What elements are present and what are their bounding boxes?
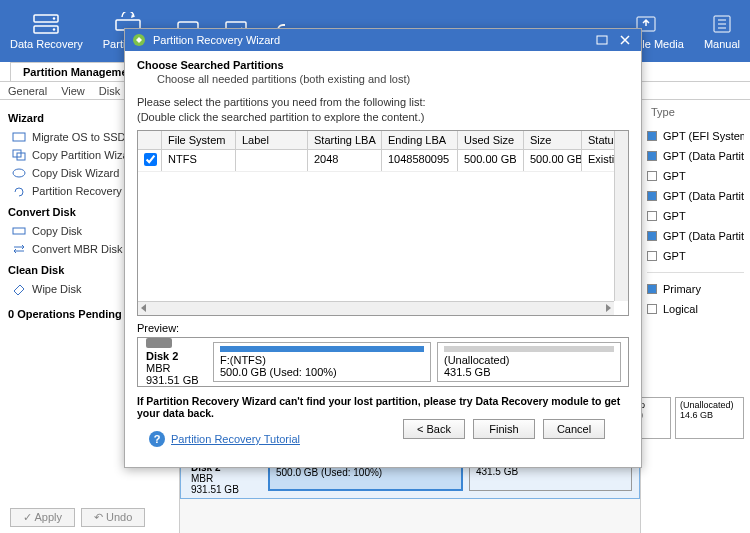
svg-point-2: [53, 17, 55, 19]
legend-swatch-icon: [647, 151, 657, 161]
type-item: GPT (Data Partition: [647, 146, 744, 166]
legend-swatch-icon: [647, 171, 657, 181]
maximize-button[interactable]: [592, 32, 612, 48]
preview-partition-2[interactable]: (Unallocated) 431.5 GB: [437, 342, 621, 382]
close-button[interactable]: [615, 32, 635, 48]
table-hscrollbar[interactable]: [138, 301, 614, 315]
info-icon: ?: [149, 431, 165, 447]
convert-icon: [12, 243, 26, 255]
type-item-label: GPT (Data Partition: [663, 150, 744, 162]
type-item: GPT (EFI System pa: [647, 126, 744, 146]
back-button[interactable]: < Back: [403, 419, 465, 439]
menu-general[interactable]: General: [8, 85, 47, 97]
dialog-title: Partition Recovery Wizard: [153, 34, 589, 46]
usage-bar-fill: [220, 346, 424, 352]
svg-rect-13: [13, 133, 25, 141]
disk-type: MBR: [191, 473, 265, 484]
cell-label: [236, 150, 308, 171]
undo-button[interactable]: ↶ Undo: [81, 508, 145, 527]
copy-partition-icon: [12, 149, 26, 161]
migrate-icon: [12, 131, 26, 143]
tutorial-link[interactable]: Partition Recovery Tutorial: [171, 433, 300, 445]
ribbon-data-recovery[interactable]: Data Recovery: [0, 0, 93, 62]
row-checkbox[interactable]: [144, 153, 157, 166]
apply-button[interactable]: ✓ Apply: [10, 508, 75, 527]
warning-text: If Partition Recovery Wizard can't find …: [137, 395, 629, 419]
menu-disk[interactable]: Disk: [99, 85, 120, 97]
maximize-icon: [596, 35, 608, 45]
col-ending-lba[interactable]: Ending LBA: [382, 131, 458, 149]
preview-part-title: F:(NTFS): [220, 354, 424, 366]
type-item: Primary: [647, 279, 744, 299]
type-item: Logical: [647, 299, 744, 319]
instruction-line: Please select the partitions you need fr…: [137, 95, 629, 109]
dialog-footer: ? Partition Recovery Tutorial < Back Fin…: [137, 419, 629, 459]
frag-title: (Unallocated): [680, 400, 739, 410]
partition-recovery-dialog: Partition Recovery Wizard Choose Searche…: [124, 28, 642, 468]
ribbon-label: Manual: [704, 38, 740, 50]
disk-icon: [146, 338, 172, 348]
cell-slba: 2048: [308, 150, 382, 171]
type-item: GPT: [647, 206, 744, 226]
type-item-label: GPT: [663, 210, 686, 222]
preview-box: Disk 2 MBR 931.51 GB F:(NTFS) 500.0 GB (…: [137, 337, 629, 387]
sidebar-item-label: Copy Disk Wizard: [32, 167, 119, 179]
dialog-instructions: Please select the partitions you need fr…: [137, 95, 629, 124]
finish-button[interactable]: Finish: [473, 419, 535, 439]
type-item: GPT (Data Partition: [647, 226, 744, 246]
svg-point-16: [13, 169, 25, 177]
wizard-icon: [131, 32, 147, 48]
tutorial-link-row: ? Partition Recovery Tutorial: [149, 431, 300, 447]
partitions-table: File System Label Starting LBA Ending LB…: [137, 130, 629, 316]
dialog-buttons: < Back Finish Cancel: [391, 419, 617, 449]
type-item-label: GPT (EFI System pa: [663, 130, 744, 142]
frag-sub: 14.6 GB: [680, 410, 739, 420]
dialog-heading: Choose Searched Partitions: [137, 59, 629, 71]
drive-stack-icon: [32, 12, 60, 36]
svg-rect-19: [597, 36, 607, 44]
preview-disk-type: MBR: [146, 362, 210, 374]
menu-view[interactable]: View: [61, 85, 85, 97]
book-icon: [708, 12, 736, 36]
disk-icon: [12, 225, 26, 237]
col-starting-lba[interactable]: Starting LBA: [308, 131, 382, 149]
legend-swatch-icon: [647, 284, 657, 294]
preview-partition-1[interactable]: F:(NTFS) 500.0 GB (Used: 100%): [213, 342, 431, 382]
btn-label: Undo: [106, 511, 132, 523]
preview-disk-size: 931.51 GB: [146, 374, 210, 386]
preview-disk-info: Disk 2 MBR 931.51 GB: [142, 338, 210, 386]
type-header: Type: [647, 106, 744, 118]
col-used-size[interactable]: Used Size: [458, 131, 524, 149]
type-item-label: GPT (Data Partition: [663, 230, 744, 242]
col-label[interactable]: Label: [236, 131, 308, 149]
table-header: File System Label Starting LBA Ending LB…: [138, 131, 628, 150]
type-item-label: Logical: [663, 303, 698, 315]
close-icon: [619, 35, 631, 45]
ribbon-manual[interactable]: Manual: [694, 0, 750, 62]
type-item: GPT: [647, 166, 744, 186]
table-row[interactable]: NTFS 2048 1048580095 500.00 GB 500.00 GB…: [138, 150, 628, 172]
cancel-button[interactable]: Cancel: [543, 419, 605, 439]
dialog-titlebar[interactable]: Partition Recovery Wizard: [125, 29, 641, 51]
table-vscrollbar[interactable]: [614, 131, 628, 301]
preview-disk-name: Disk 2: [146, 350, 210, 362]
type-item: GPT (Data Partition: [647, 186, 744, 206]
btn-label: Apply: [34, 511, 62, 523]
cell-elba: 1048580095: [382, 150, 458, 171]
legend-swatch-icon: [647, 131, 657, 141]
eraser-icon: [12, 283, 26, 295]
legend-swatch-icon: [647, 304, 657, 314]
col-filesystem[interactable]: File System: [162, 131, 236, 149]
partition-fragment: (Unallocated)14.6 GB: [675, 397, 744, 439]
svg-point-3: [53, 28, 55, 30]
preview-label: Preview:: [137, 322, 629, 334]
partition-sub: 500.0 GB (Used: 100%): [276, 467, 455, 478]
preview-part-title: (Unallocated): [444, 354, 614, 366]
sidebar-item-label: Copy Disk: [32, 225, 82, 237]
col-size[interactable]: Size: [524, 131, 582, 149]
sidebar-item-label: Wipe Disk: [32, 283, 82, 295]
disk-size: 931.51 GB: [191, 484, 265, 495]
cell-used: 500.00 GB: [458, 150, 524, 171]
legend-swatch-icon: [647, 251, 657, 261]
type-item-label: GPT: [663, 170, 686, 182]
